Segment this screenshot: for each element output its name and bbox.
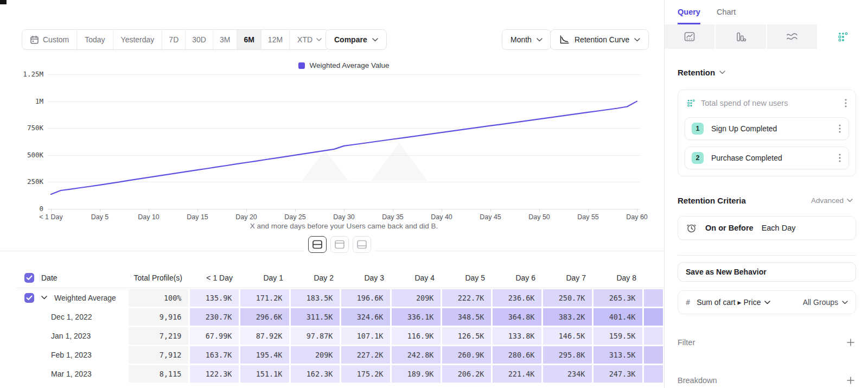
tab-flows[interactable] bbox=[767, 24, 817, 49]
chevron-down-icon bbox=[537, 38, 542, 42]
range-30d[interactable]: 30D bbox=[186, 30, 213, 49]
value-cell: 209K bbox=[392, 289, 441, 307]
range-12m[interactable]: 12M bbox=[261, 30, 290, 49]
split-horizontal-icon bbox=[312, 240, 323, 249]
value-cell: 401.4K bbox=[593, 308, 642, 326]
value-cell: 242.8K bbox=[392, 346, 441, 364]
behavior-header[interactable]: Total spend of new users bbox=[685, 97, 849, 111]
funnels-icon bbox=[735, 31, 746, 42]
range-label: 6M bbox=[244, 35, 254, 44]
granularity-label: Month bbox=[510, 35, 532, 44]
value-cell: 311.5K bbox=[291, 308, 340, 326]
column-header: Total Profile(s) bbox=[127, 273, 189, 282]
x-axis-tick bbox=[100, 209, 100, 212]
table-row: Mar 1, 20238,115122.3K151.1K162.3K175.2K… bbox=[16, 364, 664, 383]
granularity-dropdown[interactable]: Month bbox=[502, 29, 551, 50]
layout-table-only-toggle[interactable] bbox=[353, 236, 371, 253]
kebab-menu-icon[interactable] bbox=[838, 123, 842, 134]
y-axis-labels: 1.25M1M750K500K250K0 bbox=[14, 74, 43, 209]
y-axis-tick-label: 1M bbox=[14, 97, 43, 105]
kebab-menu-icon[interactable] bbox=[838, 152, 842, 163]
x-axis-tick bbox=[588, 209, 589, 212]
tab-insights[interactable] bbox=[665, 24, 714, 49]
compare-label: Compare bbox=[334, 35, 367, 44]
range-custom[interactable]: Custom bbox=[22, 30, 77, 49]
value-cell: 348.5K bbox=[442, 308, 491, 326]
select-all-checkbox[interactable] bbox=[24, 273, 34, 283]
divider bbox=[678, 255, 856, 256]
criteria-mode-dropdown[interactable]: Advanced bbox=[808, 196, 856, 205]
y-axis-tick-label: 500K bbox=[14, 151, 43, 159]
measure-property-dropdown[interactable]: Sum of cart ▸ Price bbox=[697, 298, 770, 307]
criteria-value-dropdown[interactable]: Each Day bbox=[762, 224, 796, 232]
compare-button[interactable]: Compare bbox=[326, 29, 387, 50]
range-7d[interactable]: 7D bbox=[162, 30, 186, 49]
layout-split-toggle[interactable] bbox=[308, 236, 327, 253]
criteria-mode-label: Advanced bbox=[811, 196, 844, 205]
overflow-value-cell bbox=[644, 308, 663, 326]
value-cell: 247.3K bbox=[593, 365, 642, 383]
value-cell: 206.2K bbox=[442, 365, 491, 383]
column-header: Day 3 bbox=[340, 273, 391, 282]
range-3m[interactable]: 3M bbox=[213, 30, 237, 49]
criteria-condition-dropdown[interactable]: On or Before bbox=[705, 224, 754, 232]
retention-criteria-header: Retention Criteria Advanced bbox=[678, 196, 856, 205]
tab-query[interactable]: Query bbox=[678, 8, 700, 24]
value-cell: 221.4K bbox=[493, 365, 541, 383]
value-cell: 116.9K bbox=[392, 327, 441, 345]
save-as-new-behavior-button[interactable]: Save as New Behavior bbox=[678, 262, 856, 282]
value-cell: 107.1K bbox=[341, 327, 390, 345]
add-breakdown-button[interactable] bbox=[845, 375, 856, 386]
value-cell: 230.7K bbox=[190, 308, 239, 326]
expand-row-chevron-icon[interactable] bbox=[41, 296, 47, 300]
range-label: 30D bbox=[192, 35, 206, 44]
summary-row-label[interactable]: Weighted Average ... bbox=[16, 293, 127, 303]
step-event-label: Sign Up Completed bbox=[711, 124, 830, 133]
chevron-down-icon bbox=[634, 38, 640, 42]
x-axis-tick bbox=[149, 209, 149, 212]
value-cell: 146.5K bbox=[543, 327, 592, 345]
chart-type-dropdown[interactable]: Retention Curve bbox=[550, 29, 649, 50]
range-6m[interactable]: 6M bbox=[237, 30, 261, 49]
x-axis-tick-label: Day 25 bbox=[284, 213, 306, 221]
tab-retention[interactable] bbox=[818, 24, 868, 49]
event-step-1[interactable]: 1 Sign Up Completed bbox=[685, 117, 849, 140]
date-row-label[interactable]: Feb 1, 2023 bbox=[16, 351, 127, 359]
tab-chart[interactable]: Chart bbox=[717, 8, 736, 24]
value-cell: 151.1K bbox=[240, 365, 289, 383]
event-step-2[interactable]: 2 Purchase Completed bbox=[685, 147, 849, 169]
x-axis-tick-label: Day 20 bbox=[235, 213, 257, 221]
report-section-dropdown[interactable]: Retention bbox=[678, 68, 856, 77]
column-header: Day 5 bbox=[441, 273, 492, 282]
date-row-label[interactable]: Jan 1, 2023 bbox=[16, 332, 127, 340]
range-xtd[interactable]: XTD bbox=[290, 30, 329, 49]
x-axis-tick-label: Day 50 bbox=[528, 213, 550, 221]
criteria-card: On or Before Each Day bbox=[678, 216, 856, 240]
row-label: Feb 1, 2023 bbox=[24, 351, 92, 359]
row-checkbox[interactable] bbox=[24, 293, 34, 303]
group-scope-dropdown[interactable]: All Groups bbox=[803, 298, 848, 307]
x-axis-tick bbox=[442, 209, 442, 212]
table-row: Jan 1, 20237,21967.99K87.92K97.87K107.1K… bbox=[16, 326, 664, 345]
add-filter-button[interactable] bbox=[845, 337, 856, 348]
range-label: Yesterday bbox=[121, 35, 155, 44]
x-axis-tick-label: Day 55 bbox=[577, 213, 599, 221]
top-panel-icon bbox=[334, 240, 345, 249]
kebab-menu-icon[interactable] bbox=[844, 98, 848, 109]
date-row-label[interactable]: Dec 1, 2022 bbox=[16, 313, 127, 321]
overflow-value-cell bbox=[644, 327, 663, 345]
value-cell: 171.2K bbox=[240, 289, 289, 307]
check-icon bbox=[26, 295, 33, 301]
chart-type-label: Retention Curve bbox=[575, 35, 629, 44]
date-row-label[interactable]: Mar 1, 2023 bbox=[16, 370, 127, 378]
value-cell: 175.2K bbox=[341, 365, 390, 383]
range-yesterday[interactable]: Yesterday bbox=[113, 30, 163, 49]
value-cell: 209K bbox=[291, 346, 340, 364]
plus-icon bbox=[846, 338, 855, 347]
range-today[interactable]: Today bbox=[77, 30, 113, 49]
layout-chart-only-toggle[interactable] bbox=[330, 236, 349, 253]
overflow-value-cell bbox=[644, 346, 663, 364]
value-cell: 324.6K bbox=[341, 308, 390, 326]
x-axis-tick bbox=[344, 209, 344, 212]
tab-funnels[interactable] bbox=[716, 24, 765, 49]
